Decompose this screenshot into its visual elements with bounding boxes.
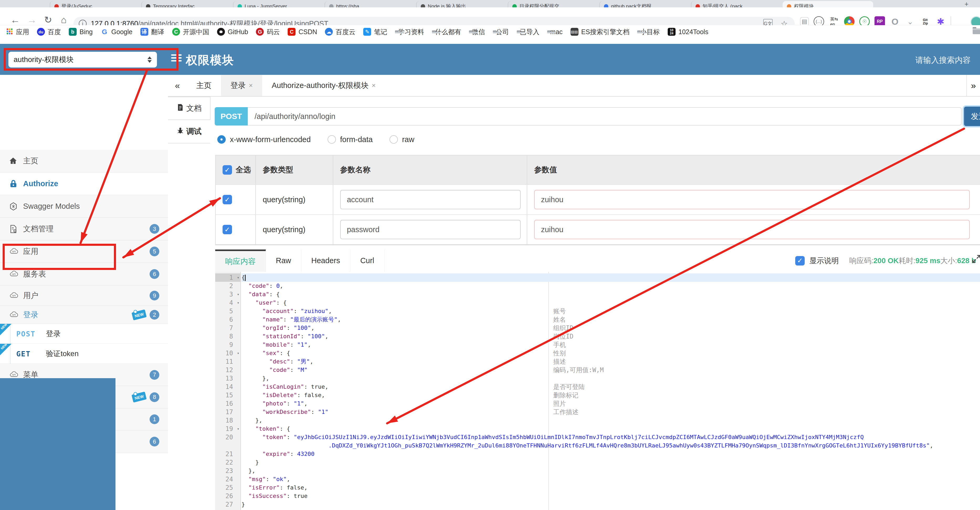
browser-tab[interactable]: Luna - JumpServer [233, 1, 324, 7]
sidebar-item-应用[interactable]: API应用5 [0, 240, 168, 263]
sidebar-item-主页[interactable]: 主页 [0, 150, 168, 172]
line-number[interactable]: 7 [215, 324, 240, 332]
bookmark-item[interactable]: ✎笔记 [363, 27, 387, 36]
bookmark-item[interactable]: 10241024Tools [668, 28, 708, 36]
bookmark-item[interactable]: mac [547, 28, 562, 36]
collapse-left-icon[interactable]: « [168, 75, 187, 96]
bookmark-overflow-folder-icon[interactable] [973, 29, 980, 34]
bookmark-item[interactable]: 译翻译 [140, 27, 164, 36]
line-number[interactable]: 3▾ [215, 290, 240, 299]
menu-hamburger-icon[interactable] [171, 54, 181, 63]
line-number[interactable]: 10▾ [215, 349, 240, 357]
bookmark-item[interactable]: 小目标 [637, 27, 660, 36]
response-tab-Headers[interactable]: Headers [301, 250, 350, 272]
line-number[interactable]: 5 [215, 307, 240, 316]
line-number[interactable]: 25 [215, 483, 240, 492]
line-number[interactable]: 8 [215, 332, 240, 341]
close-tab-icon[interactable]: × [372, 81, 375, 89]
forward-icon[interactable]: → [27, 15, 37, 25]
content-tab-主页[interactable]: 主页 [187, 75, 221, 96]
row-checkbox[interactable]: ✓ [223, 195, 232, 204]
home-icon[interactable]: ⌂ [61, 15, 67, 25]
new-tab-icon[interactable]: + [964, 0, 969, 7]
content-tab-Authorize-authority-权限模块[interactable]: Authorize-authority-权限模块× [262, 75, 385, 96]
param-name-input[interactable]: account [340, 190, 521, 209]
line-number[interactable]: 15 [215, 391, 240, 400]
sidebar-item-Swagger Models[interactable]: Swagger Models [0, 195, 168, 218]
line-number[interactable]: 27 [215, 500, 240, 509]
bookmark-item[interactable]: 公司 [493, 27, 509, 36]
side-tab-调试[interactable]: 调试 [168, 120, 210, 143]
browser-tab[interactable]: Node.js 输入输出 [416, 1, 507, 7]
fold-icon[interactable]: ▾ [237, 299, 239, 307]
line-number[interactable]: 1▾ [215, 273, 240, 282]
bookmark-item[interactable]: 已导入 [517, 27, 539, 36]
sidebar-op-post-登录[interactable]: NEWPOST登录 [0, 324, 168, 344]
line-number[interactable]: 14 [215, 382, 240, 391]
fullscreen-icon[interactable] [971, 254, 980, 264]
bookmark-item[interactable]: C开源中国 [172, 27, 209, 36]
param-name-input[interactable]: password [340, 220, 521, 239]
response-tab-响应内容[interactable]: 响应内容 [215, 250, 266, 272]
line-number[interactable]: 9 [215, 341, 240, 349]
bookmark-item[interactable]: 微信 [469, 27, 485, 36]
browser-tab[interactable]: 登录/JuSeduc [50, 1, 140, 7]
show-description-checkbox[interactable]: ✓ [795, 256, 805, 266]
line-number[interactable]: 11 [215, 357, 240, 366]
fold-icon[interactable]: ▾ [237, 290, 239, 299]
bookmark-item[interactable]: bBing [69, 28, 93, 36]
bookmark-item[interactable]: 什么都有 [432, 27, 461, 36]
browser-tab[interactable]: https://sha... [325, 1, 415, 7]
select-all-checkbox[interactable]: ✓ [223, 165, 232, 175]
bookmark-item[interactable]: 学习资料 [395, 27, 424, 36]
line-number[interactable]: 18 [215, 416, 240, 425]
line-number[interactable]: 13 [215, 374, 240, 382]
sidebar-op-get-验证token[interactable]: NEWGET验证token [0, 344, 168, 364]
response-tab-Raw[interactable]: Raw [266, 250, 301, 272]
param-value-input[interactable]: zuihou [534, 220, 970, 239]
browser-tab[interactable]: github pack文档报 [600, 1, 690, 7]
side-tab-文档[interactable]: 文档 [168, 97, 210, 120]
line-number[interactable]: 12 [215, 366, 240, 374]
bookmark-item[interactable]: ☁百度云 [325, 27, 355, 36]
line-number[interactable]: 17 [215, 408, 240, 416]
sidebar-item-用户[interactable]: API用户9 [0, 285, 168, 306]
bookmark-item[interactable]: GGoogle [100, 28, 132, 36]
fold-icon[interactable]: ▾ [237, 349, 239, 357]
collapse-right-icon[interactable]: » [966, 75, 980, 96]
browser-tab[interactable]: 知乎/提交人 (pack [691, 1, 781, 7]
send-button[interactable]: 发送 [964, 107, 980, 126]
line-number[interactable]: 23 [215, 467, 240, 475]
line-number[interactable]: 22 [215, 458, 240, 467]
line-number[interactable]: 21 [215, 450, 240, 458]
sidebar-item-Authorize[interactable]: Authorize [0, 172, 168, 195]
bookmark-item[interactable]: G码云 [256, 27, 280, 36]
body-type-x-www-form-urlencoded[interactable]: x-www-form-urlencoded [217, 135, 328, 144]
line-number[interactable]: 24 [215, 475, 240, 483]
body-type-form-data[interactable]: form-data [328, 135, 390, 144]
line-number[interactable]: 16 [215, 400, 240, 408]
body-type-raw[interactable]: raw [390, 135, 431, 144]
reload-icon[interactable]: ↻ [44, 15, 52, 25]
response-tab-Curl[interactable]: Curl [350, 250, 385, 272]
radio-icon[interactable] [217, 135, 226, 143]
radio-icon[interactable] [328, 135, 336, 143]
fold-icon[interactable]: ▾ [237, 425, 239, 433]
content-tab-登录[interactable]: 登录× [221, 75, 262, 96]
sidebar-item-服务表[interactable]: API服务表6 [0, 263, 168, 285]
bookmark-item[interactable]: 应用 [6, 27, 29, 36]
fold-icon[interactable]: ▾ [237, 273, 239, 282]
header-search-input[interactable]: 请输入搜索内容 [915, 55, 970, 66]
endpoint-path-input[interactable]: /api/authority/anno/login [248, 107, 962, 126]
line-number[interactable]: 2 [215, 282, 240, 290]
bookmark-item[interactable]: du百度 [37, 27, 61, 36]
row-checkbox[interactable]: ✓ [223, 225, 232, 234]
bookmark-item[interactable]: CCSDN [288, 28, 317, 36]
bookmark-item[interactable]: ▤▤ES搜索引擎文档 [571, 27, 629, 36]
browser-tab[interactable]: 目录权限分配提交 [508, 1, 598, 7]
sidebar-item-登录[interactable]: API登录NEW2 [0, 306, 168, 324]
line-number[interactable]: 6 [215, 316, 240, 324]
param-value-input[interactable]: zuihou [534, 190, 970, 209]
line-number[interactable] [215, 441, 240, 450]
module-select[interactable]: authority-权限模块 [8, 52, 157, 67]
